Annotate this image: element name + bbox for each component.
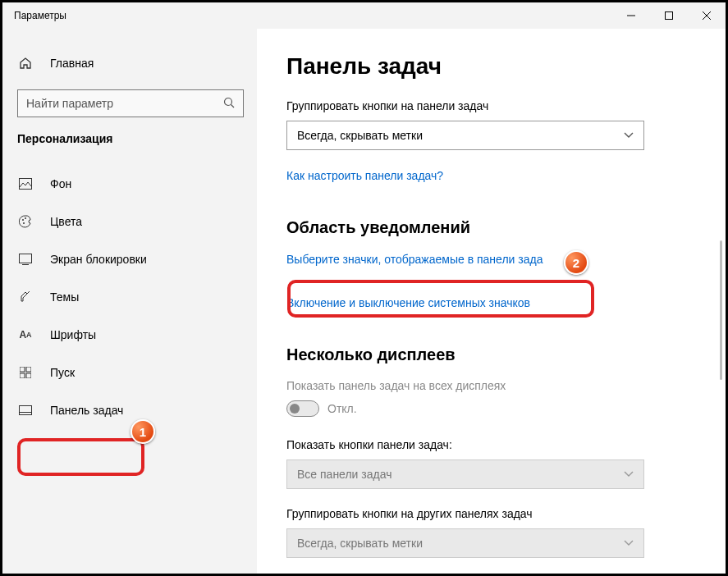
chevron-down-icon (624, 469, 634, 480)
notification-area-heading: Область уведомлений (286, 218, 696, 237)
show-buttons-label: Показать кнопки панели задач: (286, 438, 696, 451)
select-value: Всегда, скрывать метки (297, 537, 423, 550)
svg-rect-1 (666, 11, 673, 19)
sidebar: Главная Персонализация Фон Цвета (2, 29, 257, 574)
page-title: Панель задач (286, 53, 696, 80)
sidebar-item-start[interactable]: Пуск (2, 354, 257, 391)
select-value: Все панели задач (297, 468, 391, 481)
svg-rect-15 (20, 373, 25, 378)
chevron-down-icon (624, 130, 634, 141)
sidebar-item-label: Шрифты (50, 328, 96, 341)
home-label: Главная (50, 57, 94, 70)
search-field[interactable] (18, 97, 215, 110)
svg-rect-10 (20, 254, 32, 263)
themes-icon (17, 290, 34, 304)
sidebar-item-background[interactable]: Фон (2, 165, 257, 203)
group-buttons-select[interactable]: Всегда, скрывать метки (286, 121, 644, 150)
sidebar-item-label: Панель задач (50, 404, 123, 417)
svg-rect-13 (20, 367, 25, 372)
group-other-label: Группировать кнопки на других панелях за… (286, 507, 696, 520)
svg-point-9 (23, 222, 25, 224)
sidebar-item-label: Цвета (50, 215, 82, 228)
home-link[interactable]: Главная (2, 47, 257, 80)
select-icons-link[interactable]: Выберите значки, отображаемые в панели з… (286, 253, 543, 266)
scrollbar-thumb[interactable] (720, 240, 722, 380)
sidebar-item-label: Фон (50, 177, 71, 190)
maximize-button[interactable] (650, 2, 688, 28)
system-icons-link[interactable]: Включение и выключение системных значков (286, 296, 530, 309)
start-icon (17, 367, 34, 378)
show-buttons-select: Все панели задач (286, 459, 644, 489)
minimize-button[interactable] (612, 2, 650, 28)
sidebar-item-label: Экран блокировки (50, 253, 147, 266)
svg-point-4 (225, 98, 232, 105)
content-pane: Панель задач Группировать кнопки на пане… (257, 29, 726, 574)
sidebar-item-colors[interactable]: Цвета (2, 203, 257, 240)
svg-rect-17 (20, 406, 32, 415)
sidebar-item-taskbar[interactable]: Панель задач (2, 391, 257, 429)
help-link[interactable]: Как настроить панели задач? (286, 169, 443, 182)
show-taskbar-all-label: Показать панель задач на всех дисплеях (286, 379, 696, 392)
group-other-select: Всегда, скрывать метки (286, 528, 644, 558)
taskbar-icon (17, 405, 34, 415)
fonts-icon: AA (17, 329, 34, 341)
svg-rect-16 (26, 373, 31, 378)
sidebar-item-label: Пуск (50, 366, 75, 379)
search-icon (215, 97, 243, 111)
sidebar-item-fonts[interactable]: AA Шрифты (2, 316, 257, 354)
svg-rect-14 (26, 367, 31, 372)
search-input[interactable] (17, 89, 244, 117)
svg-point-8 (25, 217, 26, 219)
home-icon (17, 57, 34, 70)
multiple-displays-heading: Несколько дисплеев (286, 345, 696, 364)
palette-icon (17, 215, 34, 228)
toggle-state-label: Откл. (327, 402, 357, 415)
select-value: Всегда, скрывать метки (297, 129, 423, 142)
svg-line-5 (231, 104, 235, 107)
svg-point-7 (22, 219, 24, 221)
image-icon (17, 178, 34, 190)
chevron-down-icon (624, 537, 634, 549)
lock-screen-icon (17, 254, 34, 265)
sidebar-item-label: Темы (50, 290, 79, 304)
show-taskbar-all-toggle[interactable] (286, 400, 319, 417)
svg-line-12 (27, 291, 30, 294)
titlebar: Параметры (2, 2, 726, 29)
group-buttons-label: Группировать кнопки на панели задач (286, 99, 696, 112)
window-title: Параметры (2, 10, 612, 21)
category-label: Персонализация (2, 132, 257, 145)
close-button[interactable] (688, 2, 726, 28)
sidebar-item-themes[interactable]: Темы (2, 278, 257, 316)
svg-rect-6 (20, 179, 32, 190)
sidebar-item-lock-screen[interactable]: Экран блокировки (2, 240, 257, 278)
